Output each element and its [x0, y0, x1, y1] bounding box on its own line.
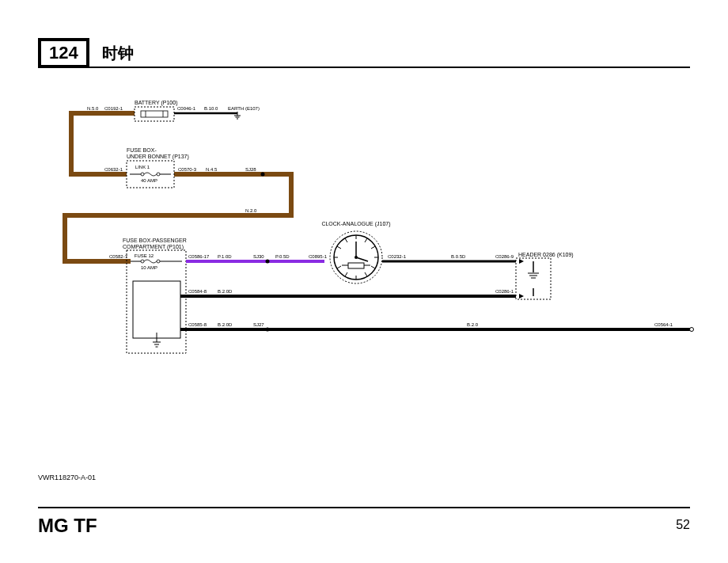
wiring-diagram: N.5.0 C0192-1 N.4.5 C0570-3 SJ28 N.2.0 B…	[47, 95, 696, 475]
svg-marker-49	[519, 259, 524, 264]
label-link1: LINK 1	[135, 165, 150, 169]
svg-line-34	[337, 246, 341, 249]
svg-line-35	[371, 266, 375, 268]
label-c0895-1: C0895-1	[309, 254, 328, 259]
label-c0586-17: C0586-17	[188, 254, 210, 259]
svg-point-16	[157, 260, 160, 263]
page-header: 124 时钟	[38, 38, 690, 68]
svg-rect-1	[141, 111, 168, 117]
label-p05d: P.0.5D	[275, 254, 290, 259]
label-c0192-1: C0192-1	[104, 106, 123, 111]
label-fusebox-bonnet-1: FUSE BOX-	[127, 147, 157, 153]
component-battery: BATTERY (P100)	[135, 100, 177, 121]
label-c0570-3: C0570-3	[178, 167, 197, 172]
svg-rect-18	[133, 281, 180, 338]
label-fusebox-pass-2: COMPARTMENT (P101)	[123, 244, 184, 250]
svg-point-39	[355, 256, 358, 259]
splice-sj28	[261, 173, 265, 177]
label-n45: N.4.5	[206, 167, 218, 172]
label-clock: CLOCK-ANALOGUE (J107)	[321, 221, 390, 227]
wire-n50	[71, 113, 135, 174]
label-c0632-1: C0632-1	[104, 167, 123, 172]
label-sj28: SJ28	[245, 167, 256, 172]
svg-rect-40	[348, 263, 364, 268]
label-sj30: SJ30	[253, 254, 264, 259]
label-c0582-7: C0582-7	[109, 254, 128, 259]
label-n20: N.2.0	[245, 208, 257, 213]
component-header-0286: HEADER 0286 (K109)	[516, 252, 574, 299]
svg-line-30	[345, 238, 347, 242]
label-p10d: P.1.0D	[218, 254, 232, 259]
splice-sj30	[266, 260, 270, 264]
terminal-c0564	[690, 328, 694, 332]
svg-line-29	[365, 238, 367, 242]
label-c0584-8: C0584-8	[188, 289, 207, 294]
splice-sj27	[266, 328, 270, 332]
svg-marker-50	[519, 294, 524, 299]
label-b05d: B.0.5D	[451, 254, 466, 259]
footer-page-number: 52	[676, 518, 690, 532]
footer-rule	[38, 507, 690, 508]
label-c0286-1: C0286-1	[495, 289, 514, 294]
label-c0564-1: C0564-1	[654, 322, 673, 327]
component-clock: CLOCK-ANALOGUE (J107)	[321, 221, 390, 283]
svg-rect-0	[135, 107, 174, 121]
label-fuse12: FUSE 12	[135, 253, 154, 258]
label-b20d-b: B.2.0D	[218, 322, 233, 327]
label-fusebox-bonnet-2: UNDER BONNET (P137)	[127, 154, 189, 160]
footer-model: MG TF	[38, 515, 97, 537]
label-battery: BATTERY (P100)	[135, 100, 177, 106]
page-badge: 124	[38, 38, 89, 68]
label-sj27: SJ27	[253, 322, 264, 327]
label-earth: EARTH (E107)	[228, 106, 260, 111]
svg-line-32	[345, 272, 347, 276]
label-40amp: 40 AMP	[141, 178, 157, 183]
document-id: VWR118270-A-01	[38, 474, 96, 481]
label-c0585-8: C0585-8	[188, 322, 207, 327]
svg-line-36	[337, 266, 341, 268]
component-fusebox-passenger: FUSE BOX-PASSENGER COMPARTMENT (P101) FU…	[123, 238, 187, 353]
header-rule	[38, 67, 690, 68]
page-title: 时钟	[102, 43, 134, 64]
label-b100: B.10.0	[204, 106, 218, 111]
label-b20: B.2.0	[467, 322, 479, 327]
label-c0232-1: C0232-1	[388, 254, 407, 259]
label-header0286: HEADER 0286 (K109)	[518, 252, 574, 258]
label-b20d-a: B.2.0D	[218, 289, 233, 294]
svg-line-31	[365, 272, 367, 276]
svg-point-11	[157, 173, 160, 176]
label-c0046-1: C0046-1	[177, 106, 196, 111]
label-c0286-9: C0286-9	[495, 254, 514, 259]
svg-line-33	[371, 246, 375, 249]
svg-point-15	[141, 260, 144, 263]
label-fusebox-pass-1: FUSE BOX-PASSENGER	[123, 238, 187, 243]
label-10amp: 10 AMP	[141, 265, 157, 270]
label-n50: N.5.0	[87, 106, 99, 111]
svg-point-10	[141, 173, 144, 176]
component-fusebox-bonnet: FUSE BOX- UNDER BONNET (P137) LINK 1 40 …	[104, 147, 189, 188]
svg-line-38	[356, 257, 368, 261]
